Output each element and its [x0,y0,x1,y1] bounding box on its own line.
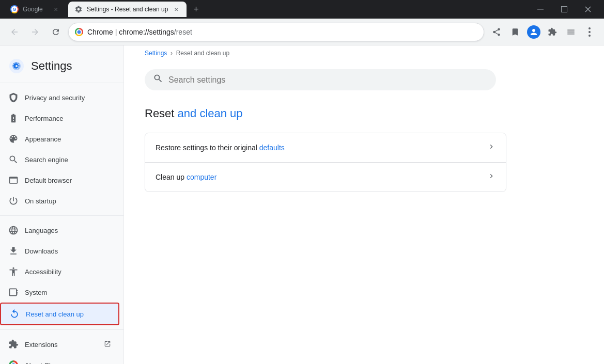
sidebar-item-accessibility[interactable]: Accessibility [0,261,119,282]
svg-point-5 [588,31,591,33]
cleanup-computer-item[interactable]: Clean up computer [145,163,506,192]
svg-point-4 [588,27,591,29]
sidebar-item-privacy-label: Privacy and security [25,94,111,102]
settings-logo [8,58,25,74]
reload-button[interactable] [48,24,64,40]
sidebar-item-performance[interactable]: Performance [0,108,119,129]
sidebar-item-languages[interactable]: Languages [0,220,119,241]
svg-point-7 [9,59,24,73]
settings-title: Settings [31,59,72,73]
sidebar-item-accessibility-label: Accessibility [25,268,111,276]
sidebar-item-downloads[interactable]: Downloads [0,241,119,261]
nav-bar: Chrome | chrome://settings/reset [0,19,604,45]
sidebar-item-search[interactable]: Search engine [0,149,119,170]
search-icon [8,154,19,165]
power-icon [8,196,19,206]
sidebar: Settings Privacy and security Performanc… [0,45,124,364]
bookmark-button[interactable] [507,24,523,40]
restore-defaults-link: defaults [259,144,285,152]
tab-settings[interactable]: Settings - Reset and clean up ✕ [68,2,187,17]
address-domain: Chrome | chrome://settings [87,28,174,36]
address-text: Chrome | chrome://settings/reset [87,28,477,36]
sidebar-item-performance-label: Performance [25,115,111,122]
shield-icon [8,92,19,103]
forward-button[interactable] [27,24,43,40]
extension-icon [8,339,19,350]
accessibility-icon [8,266,19,277]
restore-settings-label: Restore settings to their original defau… [156,144,487,152]
cleanup-computer-chevron [487,172,495,182]
settings-header: Settings [0,50,123,78]
sidebar-item-system[interactable]: System [0,282,119,303]
sidebar-item-reset[interactable]: Reset and clean up [0,303,119,325]
sidebar-mid-divider [0,215,123,216]
profile-button[interactable] [525,24,542,40]
tab-google-title: Google [23,6,48,13]
content-area: Settings › Reset and clean up Reset and … [124,45,604,364]
sidebar-item-privacy[interactable]: Privacy and security [0,87,119,108]
settings-favicon [74,5,83,13]
search-icon [153,73,163,86]
page-title: Reset and clean up [145,107,583,120]
external-link-icon [104,340,111,349]
reset-icon [9,309,20,319]
address-bar[interactable]: Chrome | chrome://settings/reset [68,23,484,41]
tab-settings-title: Settings - Reset and clean up [87,6,168,13]
close-button[interactable] [576,0,600,19]
address-favicon [75,28,83,36]
restore-settings-chevron [487,143,495,153]
page-content: Reset and clean up Restore settings to t… [124,94,604,204]
sidebar-item-about[interactable]: About Chrome [0,355,119,364]
breadcrumb: Settings › Reset and clean up [124,45,604,61]
search-bar-wrap [124,61,604,94]
sidebar-item-browser-label: Default browser [25,177,111,184]
browser-frame: G Google ✕ Settings - Reset and clean up… [0,0,604,364]
share-button[interactable] [488,24,505,40]
settings-card: Restore settings to their original defau… [145,133,506,192]
sidebar-button[interactable] [563,24,579,40]
tab-google[interactable]: G Google ✕ [4,2,66,17]
window-controls [529,0,600,19]
sidebar-item-downloads-label: Downloads [25,247,111,255]
restore-settings-item[interactable]: Restore settings to their original defau… [145,133,506,163]
sidebar-item-reset-label: Reset and clean up [26,310,110,318]
svg-rect-0 [537,9,544,10]
sidebar-item-about-label: About Chrome [25,361,111,365]
menu-button[interactable] [581,24,598,40]
search-bar[interactable] [145,69,496,90]
tab-google-close[interactable]: ✕ [52,5,60,13]
chrome-icon [8,360,19,364]
page-title-black: Reset [145,107,178,120]
sidebar-top-divider [0,83,123,83]
sidebar-item-appearance[interactable]: Appearance [0,129,119,149]
extensions-button[interactable] [544,24,561,40]
sidebar-item-extensions[interactable]: Extensions [0,334,119,355]
sidebar-item-languages-label: Languages [25,227,111,234]
back-button[interactable] [6,24,23,40]
svg-rect-1 [562,7,567,12]
new-tab-button[interactable]: + [189,2,203,17]
tab-settings-close[interactable]: ✕ [172,5,180,13]
maximize-button[interactable] [552,0,576,19]
sidebar-item-search-label: Search engine [25,156,111,164]
breadcrumb-settings[interactable]: Settings [145,50,167,57]
speed-icon [8,113,19,123]
sidebar-item-startup-label: On startup [25,197,111,205]
sidebar-item-system-label: System [25,289,111,296]
sidebar-item-extensions-label: Extensions [25,341,96,349]
google-favicon: G [10,5,19,13]
minimize-button[interactable] [529,0,552,19]
cleanup-computer-link: computer [187,173,216,181]
sidebar-bottom-divider [0,329,123,330]
title-bar: G Google ✕ Settings - Reset and clean up… [0,0,604,19]
main-content: Settings Privacy and security Performanc… [0,45,604,364]
system-icon [8,287,19,297]
sidebar-item-startup[interactable]: On startup [0,191,119,211]
sidebar-item-browser[interactable]: Default browser [0,170,119,191]
nav-actions [488,24,598,40]
breadcrumb-reset: Reset and clean up [176,50,229,57]
svg-point-6 [588,35,591,37]
palette-icon [8,134,19,144]
address-path: /reset [174,28,192,36]
search-input[interactable] [168,75,488,85]
